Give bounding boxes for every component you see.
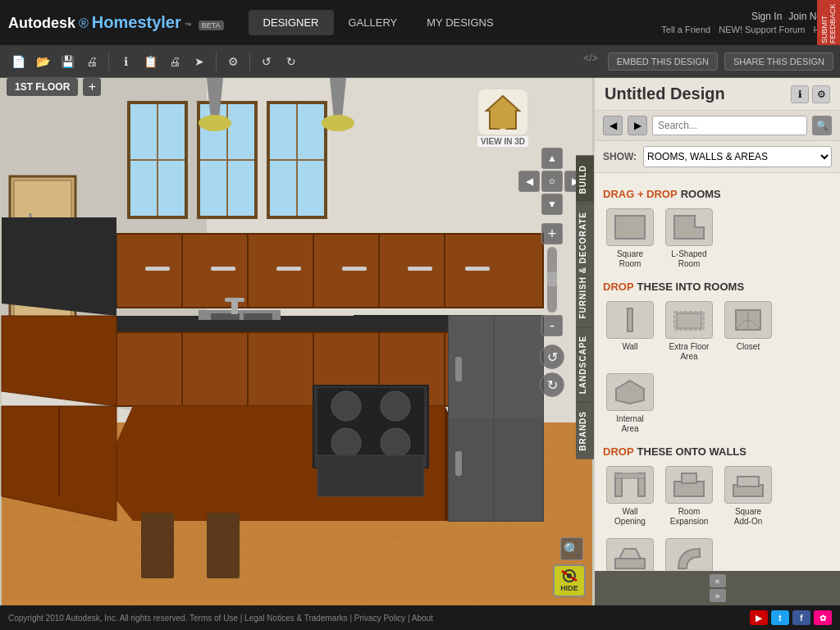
logo-area: Autodesk ® Homestyler ™ BETA [8,13,224,32]
svg-rect-44 [342,267,367,271]
canvas-area[interactable]: VIEW IN 3D ▲ ◀ ⊙ ▶ ▼ + - [0,78,594,605]
svg-rect-108 [682,473,696,483]
logo-tm: ™ [185,21,192,30]
add-floor-button[interactable]: + [83,78,101,96]
zoom-thumb[interactable] [547,272,557,286]
tab-brands[interactable]: BRANDS [576,402,594,459]
nav-designer[interactable]: DESIGNER [249,10,334,35]
svg-rect-110 [737,477,759,486]
panel-content: DRAG + DROP ROOMS SquareRoom [595,173,840,571]
export-button[interactable]: ➤ [188,50,211,73]
square-room-item[interactable]: SquareRoom [603,205,657,272]
l-shaped-room-item[interactable]: L-ShapedRoom [662,205,716,272]
new-button[interactable]: 📄 [7,50,30,73]
rotate-cw-button[interactable]: ↻ [540,372,564,397]
facebook-icon[interactable]: f [792,610,810,625]
rotate-ccw-button[interactable]: ↺ [540,345,564,369]
svg-rect-66 [244,313,272,320]
svg-marker-82 [2,217,116,316]
panel-info-button[interactable]: ℹ [791,85,809,103]
tab-build[interactable]: BUILD [576,156,594,203]
svg-rect-106 [615,473,645,478]
logo-beta: BETA [199,21,224,30]
svg-rect-68 [225,298,244,302]
wall-label: Wall [622,342,637,352]
svg-rect-80 [455,357,462,381]
svg-rect-43 [276,267,301,271]
collapse-up-button[interactable]: « [710,574,726,587]
top-nav: Autodesk ® Homestyler ™ BETA DESIGNER GA… [0,0,840,45]
curve-wall-item[interactable]: CurveWall [662,535,716,571]
onto-walls-label: THESE ONTO WALLS [637,445,746,458]
svg-point-71 [331,391,361,421]
nav-gallery[interactable]: GALLERY [334,10,413,35]
search-go-button[interactable]: 🔍 [812,116,832,135]
svg-point-72 [381,391,410,421]
nav-down-button[interactable]: ▼ [541,194,563,215]
show-bar: SHOW: ROOMS, WALLS & AREAS ROOMS ONLY AL… [595,141,840,173]
svg-rect-45 [408,267,432,271]
drop-label: DROP [603,281,634,293]
svg-point-74 [381,428,410,458]
collapse-down-button[interactable]: » [710,589,726,602]
zoom-in-button[interactable]: + [541,223,563,244]
redo-button[interactable]: ↻ [280,50,303,73]
save-button[interactable]: 💾 [56,50,79,73]
hide-button[interactable]: HIDE [553,564,586,597]
open-button[interactable]: 📂 [31,50,54,73]
show-select[interactable]: ROOMS, WALLS & AREAS ROOMS ONLY ALL [643,146,832,167]
search-input[interactable] [652,116,807,135]
feedback-tab[interactable]: SUBMIT FEEDBACK [817,0,840,45]
panel-icons: ℹ ⚙ [791,85,830,103]
tab-furnish[interactable]: FURNISH & DECORATE [576,203,594,327]
extra-floor-area-item[interactable]: Extra FloorArea [662,298,716,365]
magnify-button[interactable]: 🔍 [560,537,583,560]
internal-area-item[interactable]: InternalArea [603,370,657,437]
sign-in-link[interactable]: Sign In [751,11,782,22]
share-button[interactable]: SHARE THIS DESIGN [724,52,833,71]
info-button[interactable]: ℹ [114,50,137,73]
search-bar: ◀ ▶ 🔍 [595,111,840,141]
embed-button[interactable]: EMBED THIS DESIGN [608,52,718,71]
svg-point-73 [331,428,361,458]
support-forum-link[interactable]: NEW! Support Forum [719,25,805,34]
nav-my-designs[interactable]: MY DESIGNS [412,10,508,35]
undo-button[interactable]: ↺ [255,50,278,73]
settings-button[interactable]: ⚙ [221,50,244,73]
toolbar-separator2 [216,52,217,71]
flickr-icon[interactable]: ✿ [814,610,832,625]
footer: Copyright 2010 Autodesk, Inc. All rights… [0,605,840,630]
print2-button[interactable]: 🖨 [163,50,186,73]
logo-autodesk: Autodesk [8,15,75,32]
tab-landscape[interactable]: LANDSCAPE [576,326,594,402]
links-row: Tell a Friend NEW! Support Forum Help [661,25,832,34]
youtube-icon[interactable]: ▶ [750,610,768,625]
view-3d-button[interactable]: VIEW IN 3D [477,89,528,147]
copy-button[interactable]: 📋 [139,50,162,73]
svg-rect-78 [449,418,543,521]
footer-text: Copyright 2010 Autodesk, Inc. All rights… [8,614,433,623]
svg-rect-98 [628,308,632,331]
nav-up-button[interactable]: ▲ [541,148,563,169]
search-forward-button[interactable]: ▶ [628,116,647,135]
tell-friend-link[interactable]: Tell a Friend [661,25,710,34]
wall-opening-item[interactable]: WallOpening [603,463,657,530]
angled-addon-item[interactable]: AngledAdd-On [603,535,657,571]
panel-settings-button[interactable]: ⚙ [812,85,830,103]
room-expansion-icon [665,466,713,504]
floor-label: 1ST FLOOR [7,78,78,96]
search-back-button[interactable]: ◀ [603,116,623,135]
twitter-icon[interactable]: t [771,610,789,625]
square-addon-item[interactable]: SquareAdd-On [721,463,775,530]
zoom-out-button[interactable]: - [541,315,563,336]
closet-item[interactable]: Closet [721,298,775,365]
svg-rect-63 [207,513,240,578]
wall-item[interactable]: Wall [603,298,657,365]
svg-rect-75 [317,455,424,496]
room-expansion-item[interactable]: RoomExpansion [662,463,716,530]
curve-wall-icon [665,538,713,571]
print-button[interactable]: 🖨 [80,50,103,73]
svg-rect-41 [145,267,170,271]
nav-left-button[interactable]: ◀ [518,171,540,192]
nav-center-button[interactable]: ⊙ [541,171,563,192]
